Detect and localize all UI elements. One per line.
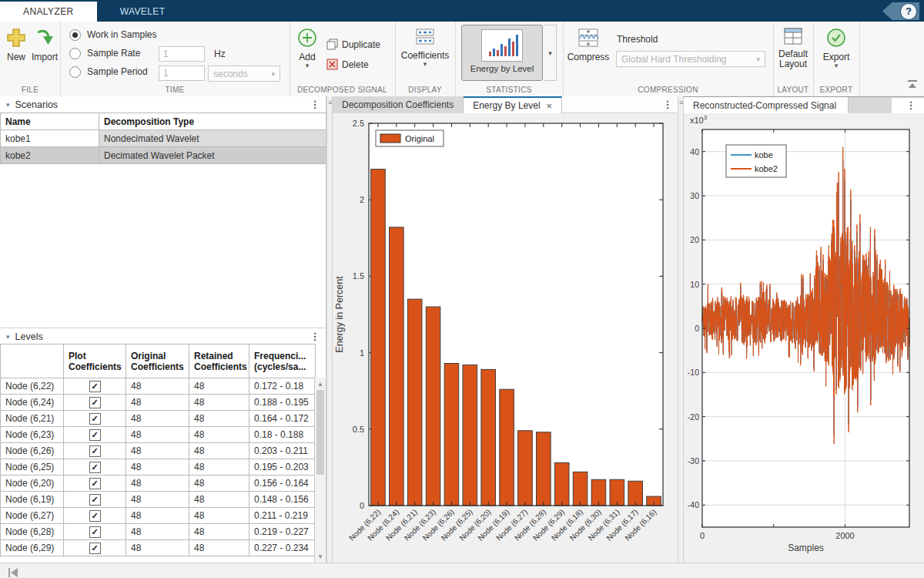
scenarios-col-name[interactable]: Name [1, 113, 99, 130]
sample-period-input[interactable]: 1 [159, 66, 205, 81]
svg-text:0: 0 [695, 324, 699, 333]
app-tabstrip: ANALYZERWAVELET [0, 0, 924, 22]
svg-text:0.5: 0.5 [353, 425, 364, 434]
threshold-dropdown[interactable]: Global Hard Thresholding ▾ [616, 51, 765, 67]
original-coefficients-cell: 48 [126, 476, 189, 492]
levels-col-Original[interactable]: OriginalCoefficients [126, 344, 189, 378]
plot-coefficients-checkbox[interactable]: ✓ [89, 494, 101, 506]
kebab-menu-icon[interactable]: ⋮ [310, 99, 320, 110]
app-tab-analyzer[interactable]: ANALYZER [0, 2, 97, 22]
original-coefficients-cell: 48 [126, 427, 189, 443]
tab-decomposition-coefficients[interactable]: Decomposition Coefficients [333, 96, 464, 113]
levels-row[interactable]: Node (6,19)✓48480.148 - 0.156 [1, 492, 316, 508]
scenario-row-kobe2[interactable]: kobe2Decimated Wavelet Packet [1, 147, 327, 164]
new-button[interactable]: New [4, 28, 28, 62]
import-button[interactable]: Import [31, 28, 59, 62]
scenario-name-cell[interactable]: kobe1 [1, 130, 99, 147]
kebab-menu-icon[interactable]: ⋮ [310, 331, 320, 342]
export-button[interactable]: Export ▾ [821, 28, 852, 69]
frequencies-cell: 0.203 - 0.211 [249, 443, 316, 459]
new-label: New [7, 52, 25, 62]
levels-row[interactable]: Node (6,26)✓48480.203 - 0.211 [1, 443, 316, 459]
levels-row[interactable]: Node (6,25)✓48480.195 - 0.203 [1, 459, 316, 476]
delete-button[interactable]: Delete [326, 59, 369, 70]
scroll-up-icon[interactable]: ▲ [315, 378, 326, 389]
bar-Node (6,31) [610, 479, 624, 506]
kebab-menu-icon[interactable]: ⋮ [662, 99, 673, 110]
original-coefficients-cell: 48 [126, 524, 189, 540]
plot-coefficients-checkbox[interactable]: ✓ [89, 526, 101, 538]
plot-coefficients-checkbox[interactable]: ✓ [89, 445, 101, 457]
plot-coefficients-checkbox[interactable]: ✓ [89, 413, 101, 425]
levels-row[interactable]: Node (6,27)✓48480.211 - 0.219 [1, 508, 316, 524]
default-layout-button[interactable]: DefaultLayout [775, 28, 812, 69]
plot-coefficients-checkbox[interactable]: ✓ [89, 543, 101, 554]
levels-col-node[interactable] [1, 344, 64, 378]
kebab-menu-icon[interactable]: ⋮ [906, 99, 916, 111]
plot-coefficients-checkbox[interactable]: ✓ [89, 381, 101, 392]
plot-coefficients-checkbox[interactable]: ✓ [89, 510, 101, 522]
levels-scrollbar[interactable]: ▲ ▼ [314, 378, 326, 563]
right-panel: Reconstructed-Compressed Signal ⋮ -40-30… [684, 96, 924, 563]
levels-row[interactable]: Node (6,28)✓48480.219 - 0.227 [1, 524, 316, 540]
radio-work-in-samples[interactable]: Work in Samples [69, 28, 156, 42]
plot-coefficients-checkbox[interactable]: ✓ [89, 478, 101, 489]
scenario-type-cell[interactable]: Decimated Wavelet Packet [99, 147, 327, 164]
close-icon[interactable]: × [547, 100, 553, 112]
plot-coefficients-checkbox[interactable]: ✓ [89, 429, 101, 441]
panel-splitter-right[interactable]: ≡ [678, 96, 684, 563]
original-coefficients-cell: 48 [126, 443, 189, 459]
levels-row[interactable]: Node (6,24)✓48480.188 - 0.195 [1, 395, 316, 411]
plot-coefficients-checkbox[interactable]: ✓ [89, 462, 101, 473]
scenarios-col-type[interactable]: Decomposition Type [99, 113, 327, 130]
scrollbar-thumb[interactable] [316, 390, 324, 475]
levels-col-Frequenci...[interactable]: Frequenci...(cycles/sa... [249, 344, 316, 378]
svg-text:Samples: Samples [788, 543, 824, 553]
levels-row[interactable]: Node (6,20)✓48480.156 - 0.164 [1, 476, 316, 492]
levels-header[interactable]: ▾ Levels ⋮ [0, 328, 326, 344]
bar-Node (6,27) [518, 431, 533, 506]
duplicate-button[interactable]: Duplicate [326, 39, 380, 50]
add-button[interactable]: Add ▾ [294, 28, 320, 69]
coefficients-button[interactable]: Coefficients ▾ [397, 28, 453, 67]
signal-figure: -40-30-20-1001020304002000Samplesx103kob… [684, 113, 924, 563]
collapse-triangle-icon[interactable]: ▾ [6, 101, 10, 109]
scenario-name-cell[interactable]: kobe2 [1, 147, 99, 164]
levels-row[interactable]: Node (6,21)✓48480.164 - 0.172 [1, 411, 316, 427]
tab-reconstructed-compressed-signal[interactable]: Reconstructed-Compressed Signal [684, 97, 849, 114]
radio-sample-period[interactable]: Sample Period [69, 65, 148, 79]
scroll-down-icon[interactable]: ▼ [315, 551, 326, 562]
levels-row[interactable]: Node (6,29)✓48480.227 - 0.234 [1, 540, 316, 556]
chevron-down-icon: ▾ [271, 70, 275, 78]
levels-col-Retained[interactable]: RetainedCoefficients [189, 344, 249, 378]
svg-text:Original: Original [405, 134, 434, 143]
radio-sample-rate[interactable]: Sample Rate [69, 46, 140, 60]
scenarios-header[interactable]: ▾ Scenarios ⋮ [0, 96, 326, 113]
retained-coefficients-cell: 48 [189, 411, 249, 427]
levels-row[interactable]: Node (6,22)✓48480.172 - 0.18 [1, 378, 316, 395]
collapse-panel-icon[interactable] [8, 566, 18, 578]
panel-splitter-left[interactable]: ≡ [326, 96, 333, 563]
energy-by-level-icon [481, 29, 523, 62]
statistics-dropdown-button[interactable]: ▾ [544, 25, 557, 81]
scenario-type-cell[interactable]: Nondecimated Wavelet [99, 130, 327, 147]
sample-rate-input[interactable]: 1 [159, 46, 205, 62]
export-section-label: EXPORT [813, 86, 859, 94]
original-coefficients-cell: 48 [126, 459, 189, 476]
levels-col-Plot[interactable]: PlotCoefficients [64, 344, 126, 378]
collapse-triangle-icon[interactable]: ▾ [6, 333, 10, 341]
minimize-ribbon-icon[interactable] [907, 78, 918, 92]
app-tab-wavelet[interactable]: WAVELET [97, 2, 189, 22]
compress-button[interactable]: Compress [566, 28, 611, 62]
bar-Node (6,24) [390, 227, 404, 506]
levels-row[interactable]: Node (6,23)✓48480.18 - 0.188 [1, 427, 316, 443]
ribbon: New Import FILE Work in SamplesSample Ra… [0, 22, 924, 97]
svg-text:-40: -40 [688, 500, 699, 509]
scenario-row-kobe1[interactable]: kobe1Nondecimated Wavelet [1, 130, 327, 147]
sample-period-unit-dropdown[interactable]: seconds ▾ [208, 66, 280, 82]
original-coefficients-cell: 48 [126, 492, 189, 508]
tab-energy-by-level[interactable]: Energy By Level× [464, 96, 562, 113]
energy-by-level-button[interactable]: Energy by Level [461, 25, 543, 81]
node-cell: Node (6,21) [1, 411, 64, 427]
plot-coefficients-checkbox[interactable]: ✓ [89, 397, 101, 408]
